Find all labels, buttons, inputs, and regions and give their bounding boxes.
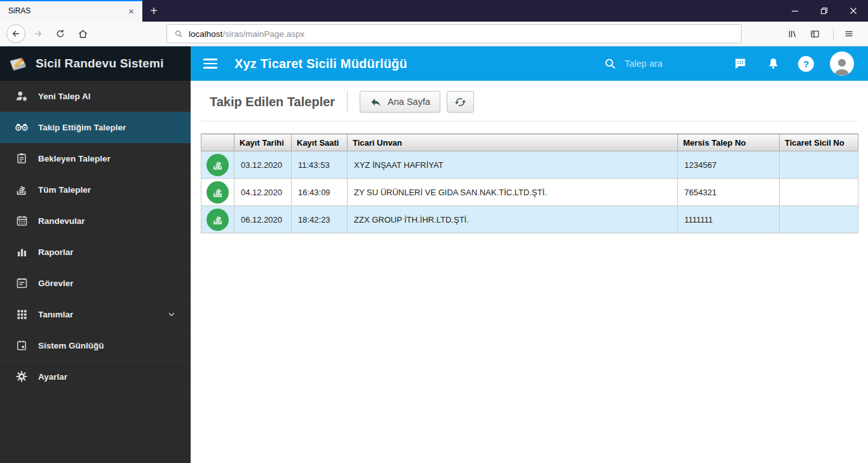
toolbar-divider [833,27,834,40]
stack-icon [14,183,29,197]
user-avatar[interactable] [830,52,854,76]
cell-mersis-talep-no: 1111111 [678,206,780,233]
column-header[interactable] [201,134,234,151]
cell-kayit-tarihi: 04.12.2020 [234,179,292,206]
reload-button[interactable] [51,24,70,43]
sidebar-item-raporlar[interactable]: Raporlar [0,237,191,268]
search-input[interactable]: Talep ara [625,59,714,69]
sidebar-item-yeni-talep-al[interactable]: Yeni Talep Al [0,81,191,112]
menu-toggle-icon[interactable] [203,59,217,69]
new-tab-button[interactable]: + [142,0,165,22]
sidebar-item-tum-talepler[interactable]: Tüm Talepler [0,174,191,205]
column-header[interactable]: Ticaret Sicil No [780,134,858,151]
page-content: Takip Edilen Talepler Ana Sayfa [191,81,868,463]
url-path: /siras/mainPage.aspx [222,29,304,39]
url-bar[interactable]: localhost/siras/mainPage.aspx [166,24,742,43]
sidebar-toggle-icon [810,29,820,39]
app-logo: Sicil Randevu Sistemi [0,46,191,81]
sidebar-item-ayarlar[interactable]: Ayarlar [0,361,191,392]
cell-mersis-talep-no: 1234567 [678,151,780,179]
sidebar-item-takip-ettigim-talepler[interactable]: Takip Ettiğim Talepler [0,112,191,143]
cell-kayit-saati: 18:42:23 [292,206,348,233]
sidebar-item-bekleyen-talepler[interactable]: Bekleyen Talepler [0,143,191,174]
back-button[interactable] [6,24,25,43]
refresh-icon [454,96,466,108]
minimize-icon [791,7,799,15]
grid-icon [14,308,29,321]
cell-ticaret-sicil-no [780,179,858,206]
office-title: Xyz Ticaret Sicili Müdürlüğü [234,57,407,71]
table-row[interactable]: 03.12.202011:43:53XYZ İNŞAAT HAFRİYAT123… [201,151,858,179]
sidebar-item-label: Takip Ettiğim Talepler [38,123,126,132]
cell-ticaret-sicil-no [780,206,858,233]
cell-kayit-saati: 16:43:09 [292,179,348,206]
app-logo-icon [8,55,29,73]
browser-titlebar: SiRAS × + [0,0,868,22]
calendar-log-icon [14,338,29,352]
column-header[interactable]: Mersis Talep No [678,134,780,151]
followed-request-stack-icon[interactable] [207,209,229,231]
followed-request-stack-icon[interactable] [207,181,229,204]
event-note-icon [14,276,29,290]
sidebar-item-label: Görevler [38,279,74,288]
sidebar-item-gorevler[interactable]: Görevler [0,268,191,299]
cell-kayit-tarihi: 03.12.2020 [234,151,292,179]
messages-icon[interactable] [733,56,748,71]
home-button-label: Ana Sayfa [388,97,430,107]
sidebar-item-label: Tüm Talepler [38,185,91,195]
sidebar-item-tanimlar[interactable]: Tanımlar [0,299,191,330]
column-header[interactable]: Kayıt Saati [292,134,348,151]
user-gear-icon [14,89,29,103]
tab-close-icon[interactable]: × [125,6,137,16]
sidebar-toggle-button[interactable] [805,24,824,43]
window-close-button[interactable] [839,0,868,22]
url-host: localhost [189,29,222,39]
app-header: Xyz Ticaret Sicili Müdürlüğü Talep ara ? [191,46,868,81]
sidebar-item-label: Bekleyen Talepler [38,154,111,163]
page-title: Takip Edilen Talepler [210,95,335,109]
app-area: Sicil Randevu Sistemi Yeni Talep AlTakip… [0,46,868,463]
table-row[interactable]: 04.12.202016:43:09ZY SU ÜRÜNLERİ VE GIDA… [201,179,858,206]
forward-button[interactable] [29,24,48,43]
browser-tab-siras[interactable]: SiRAS × [0,0,142,22]
reload-icon [55,29,65,39]
notifications-bell-icon[interactable] [766,57,780,71]
library-icon [787,29,798,39]
cell-mersis-talep-no: 7654321 [678,179,780,206]
window-restore-button[interactable] [810,0,839,22]
library-button[interactable] [783,24,802,43]
column-header[interactable]: Ticari Unvan [348,134,678,151]
sidebar-item-randevular[interactable]: Randevular [0,205,191,237]
home-button[interactable]: Ana Sayfa [360,91,440,113]
gear-icon [14,370,29,384]
help-icon[interactable]: ? [798,56,814,72]
cell-kayit-tarihi: 06.12.2020 [234,206,292,233]
title-divider [347,91,348,113]
column-header[interactable]: Kayıt Tarihi [234,134,292,151]
sidebar-item-label: Tanımlar [38,310,73,319]
followed-request-stack-icon[interactable] [207,154,229,176]
cell-ticaret-sicil-no [780,151,858,179]
chevron-down-icon [166,309,177,319]
home-icon [78,29,88,39]
restore-icon [820,7,828,15]
table-header-row: Kayıt TarihiKayıt SaatiTicari UnvanMersi… [201,134,858,151]
calendar-icon [14,214,29,228]
app-title: Sicil Randevu Sistemi [36,57,164,71]
sidebar-item-sistem-gunlugu[interactable]: Sistem Günlüğü [0,330,191,361]
cell-ticari-unvan: ZZX GROUP İTH.İHR.LTD.ŞTİ. [348,206,678,233]
sidebar-item-label: Yeni Talep Al [38,92,91,101]
search-icon[interactable] [604,57,616,70]
section-divider [201,121,858,121]
forward-arrow-icon [33,29,43,39]
person-icon [831,55,853,76]
sidebar-item-label: Sistem Günlüğü [38,341,104,350]
home-nav-button[interactable] [73,24,92,43]
titlebar-drag-area [165,0,780,22]
refresh-button[interactable] [447,91,474,113]
table-row[interactable]: 06.12.202018:42:23ZZX GROUP İTH.İHR.LTD.… [201,206,858,233]
browser-menu-button[interactable] [839,24,858,43]
main-panel: Xyz Ticaret Sicili Müdürlüğü Talep ara ? [191,46,868,463]
window-minimize-button[interactable] [780,0,810,22]
search-icon [174,29,183,38]
